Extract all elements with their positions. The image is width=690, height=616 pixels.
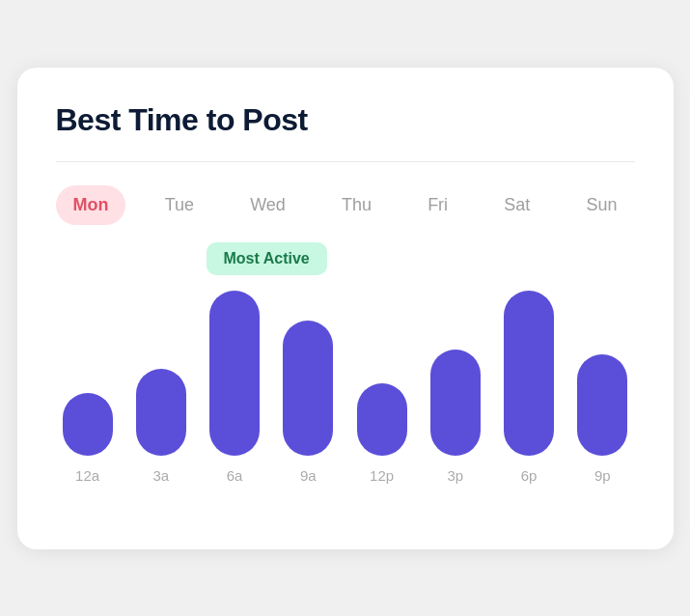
bar-label-3p: 3p xyxy=(448,467,464,484)
day-tab-fri[interactable]: Fri xyxy=(410,185,465,225)
bar-label-6a: 6a xyxy=(227,467,243,484)
bar-label-9a: 9a xyxy=(300,467,317,484)
bar-6a xyxy=(209,291,260,456)
day-tabs: MonTueWedThuFriSatSun xyxy=(56,185,635,225)
day-tab-thu[interactable]: Thu xyxy=(324,185,389,225)
bar-col-6a: 6a xyxy=(203,291,266,484)
day-tab-mon[interactable]: Mon xyxy=(56,185,126,225)
bar-3a xyxy=(136,369,186,456)
bar-label-12p: 12p xyxy=(370,467,394,484)
chart-area: Most Active 12a3a6a9a12p3p6p9p xyxy=(56,252,635,518)
bar-label-12a: 12a xyxy=(75,467,99,484)
card-title: Best Time to Post xyxy=(56,102,635,138)
bar-label-9p: 9p xyxy=(594,467,611,484)
bar-9a xyxy=(283,321,333,456)
divider xyxy=(56,161,635,162)
day-tab-tue[interactable]: Tue xyxy=(148,185,211,225)
bar-9p xyxy=(577,354,627,456)
bar-col-12a: 12a xyxy=(56,291,120,484)
day-tab-sun[interactable]: Sun xyxy=(568,185,634,225)
bar-col-6p: 6p xyxy=(497,291,561,484)
bar-label-6p: 6p xyxy=(521,467,538,484)
bars-container: 12a3a6a9a12p3p6p9p xyxy=(56,252,635,484)
bar-12p xyxy=(357,383,407,456)
bar-col-3a: 3a xyxy=(129,291,193,484)
day-tab-sat[interactable]: Sat xyxy=(486,185,547,225)
bar-col-9p: 9p xyxy=(570,291,634,484)
best-time-card: Best Time to Post MonTueWedThuFriSatSun … xyxy=(17,68,674,549)
most-active-label: Most Active xyxy=(207,242,327,275)
bar-3p xyxy=(430,350,481,456)
bar-label-3a: 3a xyxy=(153,467,170,484)
day-tab-wed[interactable]: Wed xyxy=(233,185,303,225)
bar-6p xyxy=(504,291,554,456)
bar-col-12p: 12p xyxy=(350,291,414,484)
bar-col-3p: 3p xyxy=(424,291,487,484)
bar-col-9a: 9a xyxy=(276,291,340,484)
bar-12a xyxy=(63,393,113,456)
